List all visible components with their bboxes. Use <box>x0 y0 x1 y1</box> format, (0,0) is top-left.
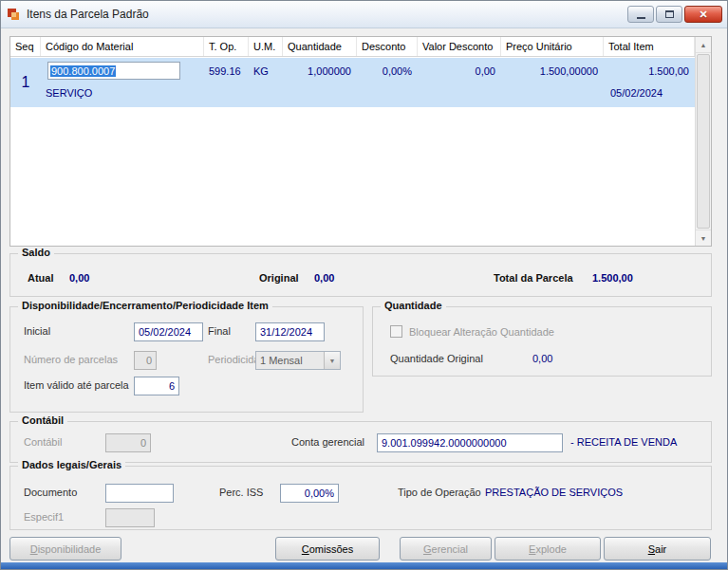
especif1-field[interactable] <box>105 508 155 527</box>
quantidade-title: Quantidade <box>381 300 446 311</box>
quantidade-original-value: 0,00 <box>532 353 552 364</box>
numero-parcelas-label: Número de parcelas <box>24 354 118 365</box>
saldo-title: Saldo <box>18 247 54 258</box>
saldo-group: Saldo Atual 0,00 Original 0,00 Total da … <box>9 253 712 297</box>
cell-quantidade: 1,000000 <box>283 65 357 77</box>
scroll-down-icon[interactable]: ▼ <box>696 230 711 246</box>
cell-desconto: 0,00% <box>357 65 418 77</box>
column-header-codigo[interactable]: Código do Material <box>41 37 204 56</box>
gerencial-button[interactable]: Gerencial <box>400 537 492 561</box>
periodicidade-value: 1 Mensal <box>260 355 303 366</box>
scroll-up-icon[interactable]: ▲ <box>696 37 711 53</box>
disponibilidade-group: Disponibilidade/Encerramento/Periodicida… <box>9 306 364 413</box>
cell-descricao: SERVIÇO <box>46 87 92 99</box>
minimize-icon <box>637 17 645 19</box>
saldo-atual-label: Atual <box>28 272 54 284</box>
tipo-operacao-label: Tipo de Operação <box>398 487 481 498</box>
cell-total-item: 1.500,00 <box>604 65 695 77</box>
disponibilidade-title: Disponibilidade/Encerramento/Periodicida… <box>18 300 272 311</box>
dialog-window: Itens da Parcela Padrão ✕ Seq Código do … <box>0 0 728 570</box>
item-valido-field[interactable]: 6 <box>134 377 179 395</box>
contabil-field[interactable]: 0 <box>105 433 151 452</box>
conta-gerencial-label: Conta gerencial <box>291 436 364 448</box>
saldo-original-value: 0,00 <box>314 272 334 284</box>
close-button[interactable]: ✕ <box>684 6 722 23</box>
dados-legais-group: Dados legais/Gerais Documento Perc. ISS … <box>9 466 712 530</box>
window-controls: ✕ <box>627 6 722 23</box>
dados-legais-title: Dados legais/Gerais <box>18 459 125 470</box>
saldo-total-value: 1.500,00 <box>592 272 633 284</box>
especif1-label: Especif1 <box>24 511 64 523</box>
comissoes-button[interactable]: Comissões <box>275 537 380 561</box>
conta-gerencial-field[interactable]: 9.001.099942.0000000000 <box>377 433 563 452</box>
documento-field[interactable] <box>105 484 174 503</box>
tipo-operacao-value: PRESTAÇÃO DE SERVIÇOS <box>485 487 623 498</box>
explode-button[interactable]: Explode <box>495 537 601 561</box>
column-header-desconto[interactable]: Desconto <box>357 37 418 56</box>
item-valido-label: Item válido até parcela <box>24 379 129 391</box>
perc-iss-field[interactable]: 0,00% <box>280 484 339 503</box>
bloquear-checkbox[interactable] <box>390 325 402 338</box>
maximize-icon <box>665 10 674 18</box>
maximize-button[interactable] <box>656 6 682 23</box>
titlebar[interactable]: Itens da Parcela Padrão ✕ <box>1 1 727 28</box>
codigo-selected-text: 900.800.0007 <box>50 65 116 77</box>
column-header-preco-unitario[interactable]: Preço Unitário <box>501 37 604 56</box>
column-header-um[interactable]: U.M. <box>249 37 283 56</box>
column-header-total-item[interactable]: Total Item <box>604 37 695 56</box>
bloquear-label: Bloquear Alteração Quantidade <box>409 326 554 338</box>
codigo-material-field[interactable]: 900.800.0007 <box>47 62 180 80</box>
quantidade-group: Quantidade Bloquear Alteração Quantidade… <box>372 306 712 377</box>
documento-label: Documento <box>24 487 77 498</box>
contabil-group: Contábil Contábil 0 Conta gerencial 9.00… <box>9 421 712 463</box>
column-header-seq[interactable]: Seq <box>10 37 41 56</box>
cell-data: 05/02/2024 <box>610 87 663 99</box>
inicial-field[interactable]: 05/02/2024 <box>134 322 203 341</box>
conta-gerencial-desc: - RECEITA DE VENDA <box>570 436 677 448</box>
saldo-atual-value: 0,00 <box>69 272 89 284</box>
combo-arrow-icon[interactable]: ▼ <box>324 352 340 369</box>
inicial-label: Inicial <box>24 325 50 337</box>
column-header-quantidade[interactable]: Quantidade <box>283 37 357 56</box>
minimize-button[interactable] <box>627 6 654 23</box>
disponibilidade-button[interactable]: Disponibilidade <box>9 537 121 561</box>
grid-row-selected[interactable]: 1 900.800.0007 599.16 KG 1,000000 0,00% … <box>10 58 695 107</box>
close-icon: ✕ <box>699 9 707 20</box>
column-header-t-op[interactable]: T. Op. <box>204 37 249 56</box>
app-icon <box>6 7 21 22</box>
periodicidade-combo[interactable]: 1 Mensal ▼ <box>255 351 341 370</box>
cell-valor-desconto: 0,00 <box>418 65 501 77</box>
final-field[interactable]: 31/12/2024 <box>255 322 325 341</box>
cell-codigo: 900.800.0007 <box>41 62 204 80</box>
sair-button[interactable]: Sair <box>604 537 711 561</box>
cell-um: KG <box>249 65 283 77</box>
window-title: Itens da Parcela Padrão <box>27 8 149 21</box>
grid-header: Seq Código do Material T. Op. U.M. Quant… <box>10 37 695 57</box>
contabil-label: Contábil <box>24 436 62 448</box>
contabil-title: Contábil <box>18 414 67 426</box>
quantidade-original-label: Quantidade Original <box>390 353 483 364</box>
final-label: Final <box>208 325 231 337</box>
items-grid: Seq Código do Material T. Op. U.M. Quant… <box>9 36 712 247</box>
cell-preco-unitario: 1.500,00000 <box>501 65 604 77</box>
saldo-original-label: Original <box>259 272 299 284</box>
scrollbar-thumb[interactable] <box>697 54 710 229</box>
numero-parcelas-field[interactable]: 0 <box>134 351 157 370</box>
cell-seq: 1 <box>10 58 41 107</box>
column-header-valor-desconto[interactable]: Valor Desconto <box>418 37 501 56</box>
perc-iss-label: Perc. ISS <box>219 487 263 498</box>
grid-scrollbar[interactable]: ▲ ▼ <box>695 37 711 246</box>
saldo-total-label: Total da Parcela <box>494 272 573 284</box>
cell-t-op: 599.16 <box>204 65 249 77</box>
window-bottom-frame <box>1 562 727 569</box>
